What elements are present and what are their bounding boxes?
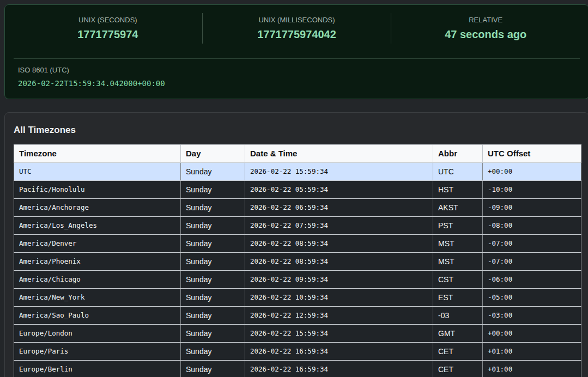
abbr-cell: UTC xyxy=(433,163,483,181)
iso-8601-value: 2026-02-22T15:59:34.042000+00:00 xyxy=(18,78,575,89)
utc-offset-cell: +00:00 xyxy=(483,163,581,181)
iso-8601-section: ISO 8601 (UTC) 2026-02-22T15:59:34.04200… xyxy=(14,58,580,90)
datetime-cell: 2026-02-22 06:59:34 xyxy=(245,199,433,217)
table-header-cell: UTC Offset xyxy=(483,145,581,163)
day-cell: Sunday xyxy=(181,343,245,361)
all-timezones-title: All Timezones xyxy=(14,124,580,136)
datetime-cell: 2026-02-22 15:59:34 xyxy=(245,325,433,343)
utc-offset-cell: -10:00 xyxy=(483,181,581,199)
abbr-cell: EST xyxy=(433,289,483,307)
table-row: Europe/ParisSunday2026-02-22 16:59:34CET… xyxy=(14,343,581,361)
day-cell: Sunday xyxy=(181,217,245,235)
utc-offset-cell: -03:00 xyxy=(483,307,581,325)
unix-milliseconds-value: 1771775974042 xyxy=(203,27,391,42)
datetime-cell: 2026-02-22 08:59:34 xyxy=(245,235,433,253)
relative-time-block: RELATIVE 47 seconds ago xyxy=(391,15,580,42)
utc-offset-cell: +01:00 xyxy=(483,343,581,361)
relative-time-label: RELATIVE xyxy=(391,15,580,25)
day-cell: Sunday xyxy=(181,199,245,217)
table-row: Europe/BerlinSunday2026-02-22 16:59:34CE… xyxy=(14,361,581,377)
day-cell: Sunday xyxy=(181,253,245,271)
day-cell: Sunday xyxy=(181,307,245,325)
day-cell: Sunday xyxy=(181,163,245,181)
table-header-cell: Timezone xyxy=(14,145,181,163)
unix-seconds-block: UNIX (SECONDS) 1771775974 xyxy=(14,15,202,42)
table-header-cell: Date & Time xyxy=(245,145,433,163)
datetime-cell: 2026-02-22 12:59:34 xyxy=(245,307,433,325)
utc-offset-cell: -09:00 xyxy=(483,199,581,217)
table-row: America/DenverSunday2026-02-22 08:59:34M… xyxy=(14,235,581,253)
iso-8601-label: ISO 8601 (UTC) xyxy=(18,65,575,75)
timezone-cell: Europe/London xyxy=(14,325,181,343)
abbr-cell: CST xyxy=(433,271,483,289)
table-row: America/Los_AngelesSunday2026-02-22 07:5… xyxy=(14,217,581,235)
datetime-cell: 2026-02-22 07:59:34 xyxy=(245,217,433,235)
relative-time-value: 47 seconds ago xyxy=(391,27,580,42)
timezones-table: TimezoneDayDate & TimeAbbrUTC Offset UTC… xyxy=(14,144,581,377)
utc-offset-cell: -06:00 xyxy=(483,271,581,289)
table-row: America/Sao_PauloSunday2026-02-22 12:59:… xyxy=(14,307,581,325)
unix-seconds-label: UNIX (SECONDS) xyxy=(14,15,202,25)
table-row: UTCSunday2026-02-22 15:59:34UTC+00:00 xyxy=(14,163,581,181)
datetime-cell: 2026-02-22 10:59:34 xyxy=(245,289,433,307)
day-cell: Sunday xyxy=(181,271,245,289)
table-header-cell: Day xyxy=(181,145,245,163)
table-row: America/AnchorageSunday2026-02-22 06:59:… xyxy=(14,199,581,217)
timezone-cell: Europe/Berlin xyxy=(14,361,181,377)
abbr-cell: AKST xyxy=(433,199,483,217)
table-row: Europe/LondonSunday2026-02-22 15:59:34GM… xyxy=(14,325,581,343)
table-row: America/ChicagoSunday2026-02-22 09:59:34… xyxy=(14,271,581,289)
unix-seconds-value: 1771775974 xyxy=(14,27,202,42)
timezone-cell: America/Phoenix xyxy=(14,253,181,271)
table-row: America/New_YorkSunday2026-02-22 10:59:3… xyxy=(14,289,581,307)
day-cell: Sunday xyxy=(181,361,245,377)
timezone-cell: America/Denver xyxy=(14,235,181,253)
day-cell: Sunday xyxy=(181,235,245,253)
timezone-cell: Pacific/Honolulu xyxy=(14,181,181,199)
utc-offset-cell: -05:00 xyxy=(483,289,581,307)
abbr-cell: HST xyxy=(433,181,483,199)
timezone-cell: America/Chicago xyxy=(14,271,181,289)
timezone-cell: America/Sao_Paulo xyxy=(14,307,181,325)
abbr-cell: GMT xyxy=(433,325,483,343)
utc-offset-cell: -07:00 xyxy=(483,253,581,271)
utc-offset-cell: +01:00 xyxy=(483,361,581,377)
day-cell: Sunday xyxy=(181,289,245,307)
abbr-cell: MST xyxy=(433,235,483,253)
datetime-cell: 2026-02-22 08:59:34 xyxy=(245,253,433,271)
timezone-cell: America/New_York xyxy=(14,289,181,307)
utc-offset-cell: +00:00 xyxy=(483,325,581,343)
timezone-cell: Europe/Paris xyxy=(14,343,181,361)
abbr-cell: -03 xyxy=(433,307,483,325)
table-header-cell: Abbr xyxy=(433,145,483,163)
datetime-cell: 2026-02-22 05:59:34 xyxy=(245,181,433,199)
abbr-cell: PST xyxy=(433,217,483,235)
abbr-cell: CET xyxy=(433,343,483,361)
datetime-cell: 2026-02-22 16:59:34 xyxy=(245,343,433,361)
all-timezones-card: All Timezones TimezoneDayDate & TimeAbbr… xyxy=(4,112,588,377)
day-cell: Sunday xyxy=(181,325,245,343)
converter-values-row: UNIX (SECONDS) 1771775974 UNIX (MILLISEC… xyxy=(14,13,580,44)
unix-milliseconds-block: UNIX (MILLISECONDS) 1771775974042 xyxy=(203,15,391,42)
table-row: America/PhoenixSunday2026-02-22 08:59:34… xyxy=(14,253,581,271)
datetime-cell: 2026-02-22 09:59:34 xyxy=(245,271,433,289)
timezone-cell: UTC xyxy=(14,163,181,181)
datetime-cell: 2026-02-22 16:59:34 xyxy=(245,361,433,377)
unix-milliseconds-label: UNIX (MILLISECONDS) xyxy=(203,15,391,25)
table-header-row: TimezoneDayDate & TimeAbbrUTC Offset xyxy=(14,145,581,163)
day-cell: Sunday xyxy=(181,181,245,199)
timestamp-converter-panel: UNIX (SECONDS) 1771775974 UNIX (MILLISEC… xyxy=(4,4,588,99)
utc-offset-cell: -07:00 xyxy=(483,235,581,253)
datetime-cell: 2026-02-22 15:59:34 xyxy=(245,163,433,181)
abbr-cell: MST xyxy=(433,253,483,271)
utc-offset-cell: -08:00 xyxy=(483,217,581,235)
abbr-cell: CET xyxy=(433,361,483,377)
timezone-cell: America/Los_Angeles xyxy=(14,217,181,235)
timezone-cell: America/Anchorage xyxy=(14,199,181,217)
table-row: Pacific/HonoluluSunday2026-02-22 05:59:3… xyxy=(14,181,581,199)
